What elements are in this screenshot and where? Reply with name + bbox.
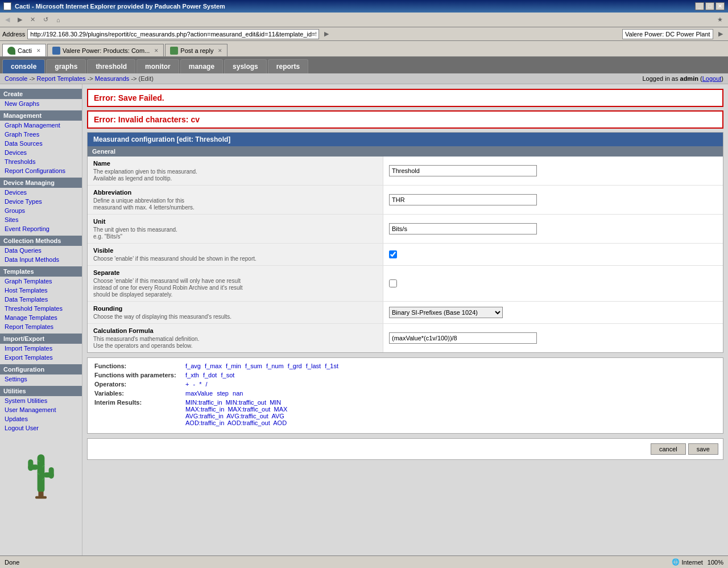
favorites-btn[interactable]: ★ — [714, 15, 726, 24]
tab-monitor[interactable]: monitor — [136, 59, 179, 73]
home-btn[interactable]: ⌂ — [53, 15, 63, 24]
sidebar-item-data-sources[interactable]: Data Sources — [0, 139, 82, 148]
error-invalid-title: Error: Invalid characters: cv — [94, 115, 200, 124]
func-label-variables: Variables: — [94, 390, 185, 397]
func-row-interim: Interim Results: MIN:traffic_in MIN:traf… — [94, 399, 716, 426]
func-row-functions: Functions: f_avg f_max f_min f_sum f_num… — [94, 363, 716, 369]
sidebar-item-graph-templates[interactable]: Graph Templates — [0, 277, 82, 286]
sidebar-item-devices2[interactable]: Devices — [0, 188, 82, 197]
sidebar-item-devices[interactable]: Devices — [0, 148, 82, 157]
tab-close-valere[interactable]: ✕ — [154, 48, 159, 53]
bottom-buttons: cancel save — [87, 438, 723, 460]
tab-graphs[interactable]: graphs — [46, 59, 86, 73]
restore-btn[interactable]: □ — [705, 2, 714, 10]
form-label-name: Name The explanation given to this measu… — [88, 157, 383, 185]
sidebar-item-sites[interactable]: Sites — [0, 215, 82, 224]
sidebar-item-device-types[interactable]: Device Types — [0, 197, 82, 206]
unit-input[interactable] — [389, 223, 537, 234]
sidebar-item-user-management[interactable]: User Management — [0, 405, 82, 414]
search-input[interactable] — [622, 29, 713, 39]
form-input-name-cell — [383, 157, 723, 185]
sidebar-item-graph-management[interactable]: Graph Management — [0, 121, 82, 130]
separate-checkbox[interactable] — [389, 279, 397, 287]
close-btn[interactable]: ✕ — [715, 2, 725, 10]
cactus-logo — [0, 433, 82, 512]
app-container: console graphs threshold monitor manage … — [0, 57, 728, 555]
func-row-functions-params: Functions with parameters: f_xth f_dot f… — [94, 372, 716, 378]
tab-close-post[interactable]: ✕ — [218, 48, 222, 53]
sidebar-item-thresholds[interactable]: Thresholds — [0, 157, 82, 166]
sidebar-item-data-input-methods[interactable]: Data Input Methods — [0, 255, 82, 264]
main-content: Error: Save Failed. Error: Invalid chara… — [82, 84, 728, 555]
sidebar-item-event-reporting[interactable]: Event Reporting — [0, 224, 82, 233]
tab-console[interactable]: console — [2, 59, 45, 73]
sidebar-item-import-templates[interactable]: Import Templates — [0, 344, 82, 353]
calc-formula-input[interactable] — [389, 332, 537, 344]
forward-btn[interactable]: ▶ — [15, 15, 25, 24]
sidebar-item-host-templates[interactable]: Host Templates — [0, 286, 82, 295]
form-row-unit: Unit The unit given to this measurand.e.… — [88, 215, 723, 244]
sidebar-item-threshold-templates[interactable]: Threshold Templates — [0, 304, 82, 313]
form-input-calc-cell — [383, 324, 723, 352]
breadcrumb-console[interactable]: Console — [5, 75, 27, 82]
sidebar-item-export-templates[interactable]: Export Templates — [0, 353, 82, 362]
browser-tab-valere[interactable]: Valere Power: Products: Com... ✕ — [47, 44, 164, 56]
sidebar-item-report-templates[interactable]: Report Templates — [0, 322, 82, 331]
func-label-operators: Operators: — [94, 381, 185, 388]
browser-tab-cacti[interactable]: Cacti ✕ — [2, 44, 46, 56]
tab-close-cacti[interactable]: ✕ — [36, 48, 41, 53]
sidebar-item-data-queries[interactable]: Data Queries — [0, 246, 82, 255]
breadcrumb: Console -> Report Templates -> Measurand… — [5, 75, 154, 82]
address-input[interactable] — [27, 29, 319, 39]
sidebar-item-system-utilities[interactable]: System Utilities — [0, 396, 82, 405]
func-label-functions: Functions: — [94, 363, 185, 369]
browser-tab-post[interactable]: Post a reply ✕ — [165, 44, 228, 56]
sidebar-item-graph-trees[interactable]: Graph Trees — [0, 130, 82, 139]
sidebar-item-new-graphs[interactable]: New Graphs — [0, 99, 82, 108]
breadcrumb-report-templates[interactable]: Report Templates — [37, 75, 86, 82]
ie-icon — [3, 2, 11, 10]
visible-checkbox[interactable] — [389, 250, 397, 258]
tab-reports[interactable]: reports — [268, 59, 308, 73]
tab-syslogs[interactable]: syslogs — [224, 59, 267, 73]
form-label-rounding: Rounding Choose the way of displaying th… — [88, 302, 383, 323]
error-save-title: Error: Save Failed. — [94, 93, 164, 102]
back-btn[interactable]: ◀ — [2, 15, 13, 24]
name-input[interactable] — [389, 165, 537, 176]
sidebar-item-logout-user[interactable]: Logout User — [0, 423, 82, 433]
form-row-separate: Separate Choose 'enable' if this measura… — [88, 266, 723, 302]
form-input-visible-cell — [383, 244, 723, 265]
sidebar-item-groups[interactable]: Groups — [0, 206, 82, 215]
title-bar-left: Cacti - Microsoft Internet Explorer prov… — [3, 2, 225, 10]
rounding-select[interactable]: Binary SI-Prefixes (Base 1024) Decimal S… — [389, 307, 503, 318]
sidebar-item-manage-templates[interactable]: Manage Templates — [0, 313, 82, 322]
browser-window: Cacti - Microsoft Internet Explorer prov… — [0, 0, 728, 568]
go-btn[interactable]: ▶ — [321, 29, 332, 39]
status-right: 🌐 Internet 100% — [672, 558, 723, 566]
form-label-abbreviation: Abbreviation Define a unique abbreviatio… — [88, 186, 383, 214]
func-label-interim: Interim Results: — [94, 399, 185, 426]
search-go-btn[interactable]: ▶ — [715, 29, 726, 39]
title-bar: Cacti - Microsoft Internet Explorer prov… — [0, 0, 728, 13]
form-row-rounding: Rounding Choose the way of displaying th… — [88, 302, 723, 324]
breadcrumb-measurands[interactable]: Measurands — [95, 75, 130, 82]
func-values-operators: + - * / — [185, 381, 210, 388]
sidebar-item-report-configs[interactable]: Report Configurations — [0, 166, 82, 175]
refresh-btn[interactable]: ↺ — [40, 15, 51, 24]
form-input-unit-cell — [383, 215, 723, 243]
sidebar-item-data-templates[interactable]: Data Templates — [0, 295, 82, 304]
sidebar-item-settings[interactable]: Settings — [0, 374, 82, 384]
abbreviation-input[interactable] — [389, 194, 537, 205]
sidebar-section-templates: Templates — [0, 266, 82, 277]
save-button[interactable]: save — [688, 443, 718, 455]
window-title: Cacti - Microsoft Internet Explorer prov… — [15, 3, 225, 10]
cancel-button[interactable]: cancel — [651, 443, 686, 455]
title-controls[interactable]: _ □ ✕ — [695, 2, 725, 10]
sidebar-item-updates[interactable]: Updates — [0, 414, 82, 423]
tab-threshold[interactable]: threshold — [87, 59, 135, 73]
logout-link[interactable]: Logout — [702, 75, 722, 82]
tab-manage[interactable]: manage — [180, 59, 223, 73]
stop-btn[interactable]: ✕ — [27, 15, 38, 24]
minimize-btn[interactable]: _ — [695, 2, 704, 10]
form-header: Measurand configuration [edit: Threshold… — [88, 133, 723, 146]
